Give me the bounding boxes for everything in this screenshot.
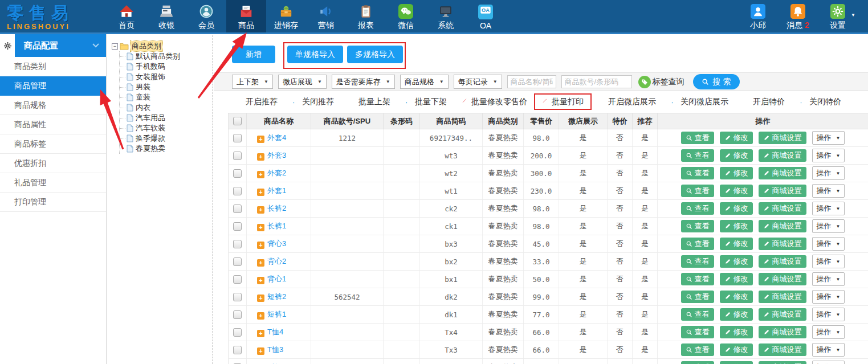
tree-node[interactable]: 春夏热卖 <box>120 144 213 154</box>
row-operations-dropdown[interactable]: 操作 ▼ <box>812 166 845 180</box>
mall-settings-button[interactable]: 商城设置 <box>759 343 806 356</box>
tree-node[interactable]: 手机数码 <box>120 62 213 72</box>
view-button[interactable]: 查看 <box>681 326 714 338</box>
single-spec-import-button[interactable]: 单规格导入 <box>287 46 343 63</box>
sidebar-item[interactable]: 礼品管理 <box>0 173 106 193</box>
batch-action[interactable]: 开启特价 <box>739 96 785 107</box>
mall-settings-button[interactable]: 商城设置 <box>759 149 806 162</box>
edit-button[interactable]: 修改 <box>720 132 753 144</box>
tree-node-label[interactable]: 男装 <box>136 82 150 92</box>
row-checkbox[interactable] <box>233 328 242 337</box>
row-checkbox[interactable] <box>233 346 242 354</box>
tree-node[interactable]: 内衣 <box>120 103 213 113</box>
edit-button[interactable]: 修改 <box>720 361 753 364</box>
expand-plus-icon[interactable]: + <box>257 295 264 302</box>
product-name-link[interactable]: 短裤2 <box>267 292 286 301</box>
expand-plus-icon[interactable]: + <box>257 136 264 143</box>
row-operations-dropdown[interactable]: 操作 ▼ <box>812 272 845 286</box>
edit-button[interactable]: 修改 <box>720 326 753 338</box>
product-name-link[interactable]: 短裤1 <box>267 310 286 318</box>
product-name-link[interactable]: 背心3 <box>267 239 286 248</box>
row-checkbox[interactable] <box>233 187 242 195</box>
batch-action[interactable]: 开启推荐 <box>232 96 278 107</box>
batch-action[interactable]: 批量打印 <box>534 93 592 110</box>
edit-button[interactable]: 修改 <box>720 273 753 285</box>
nav-item[interactable]: 收银 <box>146 0 186 34</box>
mall-settings-button[interactable]: 商城设置 <box>759 255 806 268</box>
row-checkbox[interactable] <box>233 205 242 213</box>
mall-settings-button[interactable]: 商城设置 <box>759 132 806 144</box>
row-checkbox[interactable] <box>233 240 242 248</box>
edit-button[interactable]: 修改 <box>720 185 753 197</box>
sidebar-header[interactable]: 商品配置 <box>0 34 106 57</box>
row-checkbox[interactable] <box>233 293 242 301</box>
view-button[interactable]: 查看 <box>681 255 714 268</box>
mall-settings-button[interactable]: 商城设置 <box>759 273 806 285</box>
mall-settings-button[interactable]: 商城设置 <box>759 291 806 303</box>
product-code-input[interactable] <box>561 75 632 88</box>
settings-menu[interactable]: 设置 ▼ <box>818 0 858 34</box>
batch-action[interactable]: 批量上架 <box>345 96 390 107</box>
edit-button[interactable]: 修改 <box>720 149 753 162</box>
nav-item[interactable]: 报表 <box>346 0 386 34</box>
expand-plus-icon[interactable]: + <box>257 224 264 231</box>
tree-node-label[interactable]: 内衣 <box>136 103 150 113</box>
product-name-link[interactable]: 外套3 <box>267 151 286 159</box>
nav-item[interactable]: 商品 <box>226 0 266 34</box>
product-name-link[interactable]: T恤4 <box>267 328 283 336</box>
product-name-link[interactable]: T恤3 <box>267 345 283 354</box>
edit-button[interactable]: 修改 <box>720 343 753 356</box>
user-menu[interactable]: 小邱 <box>738 0 778 34</box>
mall-settings-button[interactable]: 商城设置 <box>759 326 806 338</box>
filter-select[interactable]: 每页记录 ▼ <box>454 75 502 89</box>
view-button[interactable]: 查看 <box>681 149 714 162</box>
expand-plus-icon[interactable]: + <box>257 206 264 214</box>
mall-settings-button[interactable]: 商城设置 <box>759 202 806 215</box>
tree-root-label[interactable]: 商品类别 <box>131 41 162 51</box>
mall-settings-button[interactable]: 商城设置 <box>759 220 806 232</box>
tree-node[interactable]: 男装 <box>120 82 213 92</box>
mall-settings-button[interactable]: 商城设置 <box>759 185 806 197</box>
expand-plus-icon[interactable]: + <box>257 347 264 355</box>
sidebar-item[interactable]: 商品管理 <box>0 76 106 96</box>
sidebar-item[interactable]: 优惠折扣 <box>0 154 106 173</box>
mall-settings-button[interactable]: 商城设置 <box>759 167 806 179</box>
tree-node[interactable]: 汽车用品 <box>120 113 213 123</box>
expand-plus-icon[interactable]: + <box>257 330 264 337</box>
nav-item[interactable]: 会员 <box>186 0 226 34</box>
nav-item[interactable]: 系统 <box>426 0 466 34</box>
panel-splitter[interactable] <box>213 35 213 364</box>
row-operations-dropdown[interactable]: 操作 ▼ <box>812 237 845 251</box>
row-checkbox[interactable] <box>233 275 242 284</box>
row-operations-dropdown[interactable]: 操作 ▼ <box>812 325 845 339</box>
tree-node-label[interactable]: 童装 <box>136 92 150 103</box>
tree-node-label[interactable]: 汽车软装 <box>136 123 165 133</box>
filter-select[interactable]: 上下架 ▼ <box>232 75 273 89</box>
filter-select[interactable]: 微店展现 ▼ <box>278 75 327 89</box>
view-button[interactable]: 查看 <box>681 343 714 356</box>
row-operations-dropdown[interactable]: 操作 ▼ <box>812 255 845 268</box>
expand-plus-icon[interactable]: + <box>257 312 264 320</box>
nav-item[interactable]: 进销存 <box>266 0 306 34</box>
tree-node-label[interactable]: 汽车用品 <box>136 113 165 123</box>
mall-settings-button[interactable]: 商城设置 <box>759 361 806 364</box>
view-button[interactable]: 查看 <box>681 291 714 303</box>
row-checkbox[interactable] <box>233 152 242 160</box>
sidebar-item[interactable]: 打印管理 <box>0 193 106 212</box>
messages-menu[interactable]: 消息2 <box>778 0 818 34</box>
filter-select[interactable]: 商品规格 ▼ <box>400 75 449 89</box>
expand-plus-icon[interactable]: + <box>257 189 264 196</box>
tree-node-label[interactable]: 春夏热卖 <box>136 144 165 154</box>
product-name-link[interactable]: 长裤2 <box>267 204 286 212</box>
row-operations-dropdown[interactable]: 操作 ▼ <box>812 131 845 145</box>
batch-action[interactable]: 开启微店展示 <box>594 96 656 107</box>
product-name-link[interactable]: 长裤1 <box>267 222 286 230</box>
filter-select[interactable]: 是否需要库存 ▼ <box>332 75 395 89</box>
edit-button[interactable]: 修改 <box>720 238 753 250</box>
product-name-link[interactable]: 背心1 <box>267 275 286 283</box>
nav-item[interactable]: 营销 <box>306 0 346 34</box>
expand-plus-icon[interactable]: + <box>257 153 264 161</box>
batch-action[interactable]: 批量下架 <box>401 96 447 107</box>
sidebar-item[interactable]: 商品标签 <box>0 134 106 154</box>
search-button[interactable]: 搜 索 <box>693 74 740 89</box>
